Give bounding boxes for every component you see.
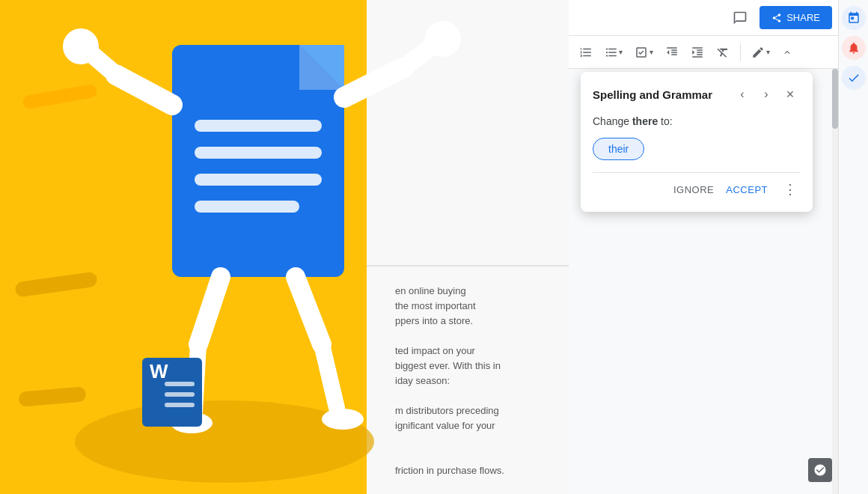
zoom-button[interactable] <box>808 458 832 482</box>
collapse-button[interactable] <box>777 40 797 64</box>
svg-rect-10 <box>195 147 322 159</box>
svg-text:en online buying: en online buying <box>395 285 466 296</box>
bullets-button[interactable]: ▾ <box>600 40 627 64</box>
pencil-button[interactable]: ▾ <box>747 40 774 64</box>
svg-text:W: W <box>150 360 168 382</box>
tasks-icon-button[interactable] <box>842 66 866 90</box>
svg-text:m distributors preceding: m distributors preceding <box>395 405 499 416</box>
popup-suggestion-text: Change there to: <box>593 115 801 127</box>
checklist-button[interactable]: ▾ <box>630 40 658 64</box>
popup-navigation: ‹ › × <box>732 84 801 105</box>
next-button[interactable]: › <box>756 84 777 105</box>
svg-text:the most important: the most important <box>395 300 476 311</box>
ignore-button[interactable]: IGNORE <box>673 184 714 195</box>
svg-text:ted impact on your: ted impact on your <box>395 345 476 356</box>
svg-text:ppers into a store.: ppers into a store. <box>395 315 473 326</box>
share-label: SHARE <box>786 12 820 23</box>
docs-toolbar: ▾ ▾ ▾ <box>569 36 868 69</box>
popup-header: Spelling and Grammar ‹ › × <box>593 84 801 105</box>
svg-point-24 <box>322 409 364 430</box>
clear-format-button[interactable] <box>712 40 734 64</box>
docs-header: SHARE <box>569 0 868 36</box>
right-sidebar <box>838 0 868 494</box>
spelling-grammar-popup: Spelling and Grammar ‹ › × Change there … <box>581 72 813 212</box>
svg-text:biggest ever. With this in: biggest ever. With this in <box>395 360 501 371</box>
calendar-icon-button[interactable] <box>842 6 866 30</box>
popup-title: Spelling and Grammar <box>593 88 712 101</box>
svg-text:ignificant value for your: ignificant value for your <box>395 420 495 431</box>
svg-rect-12 <box>195 201 299 213</box>
toolbar-divider <box>740 43 741 61</box>
previous-button[interactable]: ‹ <box>732 84 753 105</box>
wrong-word: there <box>632 115 658 127</box>
svg-point-18 <box>425 21 461 57</box>
comments-button[interactable] <box>727 4 754 31</box>
indent-less-button[interactable] <box>661 40 683 64</box>
popup-actions: IGNORE ACCEPT ⋮ <box>593 172 801 200</box>
illustration-area: W en online buying the most important pp… <box>0 0 569 494</box>
svg-point-15 <box>63 28 99 64</box>
share-button[interactable]: SHARE <box>760 6 832 29</box>
accept-button[interactable]: ACCEPT <box>726 184 768 195</box>
docs-ui: SHARE ▾ ▾ <box>569 0 868 494</box>
notification-icon-button[interactable] <box>842 36 866 60</box>
svg-rect-9 <box>195 120 322 132</box>
close-button[interactable]: × <box>780 84 801 105</box>
svg-rect-11 <box>195 174 322 186</box>
svg-text:iday season:: iday season: <box>395 375 450 386</box>
indent-more-button[interactable] <box>686 40 709 64</box>
svg-rect-27 <box>165 392 195 397</box>
svg-rect-26 <box>165 382 195 386</box>
ordered-list-button[interactable] <box>575 40 597 64</box>
to-label: to: <box>658 115 672 127</box>
more-options-button[interactable]: ⋮ <box>780 179 801 200</box>
svg-text:friction in purchase flows.: friction in purchase flows. <box>395 465 504 476</box>
scrollbar-track <box>832 69 838 494</box>
change-label: Change <box>593 115 632 127</box>
svg-rect-28 <box>165 403 195 407</box>
scrollbar-thumb[interactable] <box>832 69 838 129</box>
suggestion-chip[interactable]: their <box>593 138 644 160</box>
